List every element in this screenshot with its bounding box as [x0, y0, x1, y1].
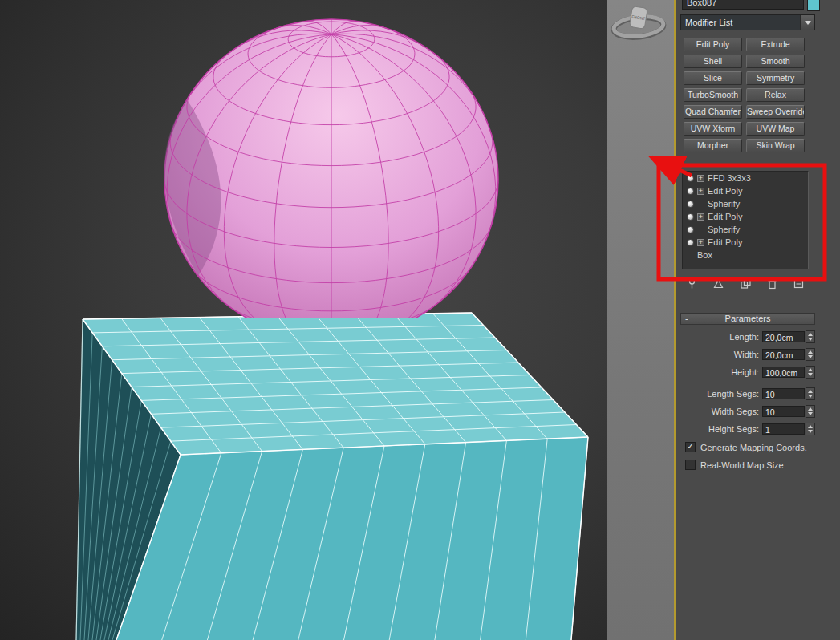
configure-modifier-sets-icon[interactable] — [793, 277, 805, 290]
spinner[interactable] — [806, 387, 815, 400]
parameter-row: Length:20,0cm — [680, 330, 815, 342]
dropdown-arrow-icon[interactable] — [800, 15, 814, 30]
bulb-icon[interactable] — [687, 226, 694, 233]
modifier-stack-row[interactable]: Spherify — [683, 197, 808, 210]
parameter-row: Width Segs:10 — [680, 405, 815, 417]
bulb-icon[interactable] — [687, 201, 694, 208]
modifier-button-sweep-override[interactable]: Sweep Override — [746, 105, 805, 119]
param-label: Height Segs: — [680, 424, 762, 434]
box-object[interactable] — [76, 313, 588, 640]
spinner-up-icon[interactable] — [808, 368, 813, 371]
remove-modifier-icon[interactable] — [766, 277, 778, 290]
spinner-up-icon[interactable] — [808, 350, 813, 354]
modifier-stack-row[interactable]: +Edit Poly — [683, 210, 808, 223]
pin-stack-icon[interactable] — [686, 277, 698, 290]
bulb-icon[interactable] — [687, 175, 694, 182]
spinner-down-icon[interactable] — [808, 412, 813, 415]
3ds-max-window: FRONT Box087 Modifier List Edit PolyExtr… — [0, 0, 840, 640]
param-input[interactable]: 20,0cm — [762, 331, 805, 342]
spinner-down-icon[interactable] — [808, 395, 813, 398]
spinner-down-icon[interactable] — [808, 373, 813, 376]
parameters-rollout-header[interactable]: - Parameters — [680, 313, 815, 325]
param-input[interactable]: 1 — [762, 423, 805, 435]
modifier-name: Spherify — [708, 225, 740, 234]
spinner[interactable] — [806, 423, 815, 435]
modifier-button-morpher[interactable]: Morpher — [684, 139, 742, 152]
viewport-canvas[interactable] — [0, 0, 607, 640]
modifier-list-label: Modifier List — [681, 18, 800, 27]
modifier-button-shell[interactable]: Shell — [684, 55, 742, 68]
modifier-name: Edit Poly — [708, 237, 742, 247]
modifier-list-dropdown[interactable]: Modifier List — [680, 14, 815, 30]
viewport-side-strip: FRONT — [607, 0, 674, 640]
bulb-icon[interactable] — [687, 188, 694, 195]
spinner[interactable] — [806, 366, 815, 379]
param-label: Length: — [680, 332, 762, 342]
modifier-button-quad-chamfer[interactable]: Quad Chamfer — [684, 105, 742, 119]
param-label: Height: — [680, 367, 762, 377]
param-label: Width: — [680, 350, 762, 359]
show-end-result-icon[interactable] — [712, 277, 724, 290]
modifier-button-uvw-xform[interactable]: UVW Xform — [684, 122, 742, 136]
param-label: Width Segs: — [680, 407, 762, 416]
expand-icon[interactable]: + — [697, 213, 704, 221]
modifier-name: Edit Poly — [708, 186, 742, 196]
viewcube-gizmo[interactable]: FRONT — [608, 2, 672, 48]
modifier-name: FFD 3x3x3 — [708, 173, 751, 183]
modifier-name: Edit Poly — [708, 212, 742, 221]
param-input[interactable]: 10 — [762, 406, 805, 417]
param-input[interactable]: 100,0cm — [762, 367, 805, 378]
spinner[interactable] — [806, 330, 815, 343]
modifier-buttons-grid: Edit PolyExtrudeShellSmoothSliceSymmetry… — [684, 38, 806, 152]
rollout-collapse-icon[interactable]: - — [685, 314, 688, 324]
spinner-up-icon[interactable] — [808, 390, 813, 393]
param-input[interactable]: 10 — [762, 388, 805, 399]
modifier-button-extrude[interactable]: Extrude — [746, 38, 805, 51]
modifier-button-symmetry[interactable]: Symmetry — [746, 71, 805, 85]
expand-icon[interactable]: + — [697, 188, 704, 195]
modifier-stack-row[interactable]: Box — [683, 249, 808, 261]
modifier-stack-row[interactable]: Spherify — [683, 223, 808, 236]
modifier-stack-list[interactable]: +FFD 3x3x3+Edit PolySpherify+Edit PolySp… — [682, 171, 809, 269]
modifier-stack-row[interactable]: +Edit Poly — [683, 184, 808, 197]
spinner[interactable] — [806, 405, 815, 418]
object-color-swatch[interactable] — [807, 0, 820, 11]
param-label: Length Segs: — [680, 389, 762, 399]
modifier-button-slice[interactable]: Slice — [684, 71, 742, 85]
spinner-down-icon[interactable] — [808, 430, 813, 433]
spinner-up-icon[interactable] — [808, 333, 813, 336]
viewport[interactable] — [0, 0, 607, 640]
checkbox-row[interactable]: ✓Generate Mapping Coords. — [685, 441, 814, 453]
modifier-stack-row[interactable]: +FFD 3x3x3 — [683, 172, 808, 184]
modifier-button-smooth[interactable]: Smooth — [746, 55, 805, 68]
sphere-object[interactable] — [164, 19, 498, 340]
modifier-name: Spherify — [708, 199, 740, 209]
expand-icon[interactable]: + — [697, 175, 704, 182]
expand-icon[interactable]: + — [697, 239, 704, 246]
make-unique-icon[interactable] — [740, 277, 752, 290]
parameter-fields: Length:20,0cmWidth:20,0cmHeight:100,0cmL… — [680, 330, 815, 440]
checkbox-row[interactable]: Real-World Map Size — [685, 459, 814, 471]
spinner-down-icon[interactable] — [808, 338, 813, 341]
modifier-button-relax[interactable]: Relax — [746, 88, 805, 102]
spinner-down-icon[interactable] — [808, 355, 813, 358]
checkbox-label: Generate Mapping Coords. — [700, 443, 807, 452]
bulb-icon[interactable] — [687, 213, 694, 221]
modifier-button-edit-poly[interactable]: Edit Poly — [684, 38, 742, 51]
parameter-row: Height Segs:1 — [680, 423, 815, 435]
spinner-up-icon[interactable] — [808, 407, 813, 411]
command-panel: Box087 Modifier List Edit PolyExtrudeShe… — [674, 0, 840, 640]
checkbox[interactable] — [685, 460, 696, 470]
param-input[interactable]: 20,0cm — [762, 349, 805, 360]
modifier-button-uvw-map[interactable]: UVW Map — [746, 122, 805, 136]
spinner-up-icon[interactable] — [808, 425, 813, 428]
modifier-button-turbosmooth[interactable]: TurboSmooth — [684, 88, 742, 102]
parameter-checkboxes: ✓Generate Mapping Coords.Real-World Map … — [685, 441, 814, 476]
modifier-button-skin-wrap[interactable]: Skin Wrap — [746, 139, 805, 152]
bulb-icon[interactable] — [687, 239, 694, 246]
checkbox[interactable]: ✓ — [685, 442, 696, 452]
spinner[interactable] — [806, 348, 815, 361]
object-name-field[interactable]: Box087 — [682, 0, 804, 10]
modifier-stack-row[interactable]: +Edit Poly — [683, 236, 808, 249]
parameter-row: Length Segs:10 — [680, 387, 815, 399]
